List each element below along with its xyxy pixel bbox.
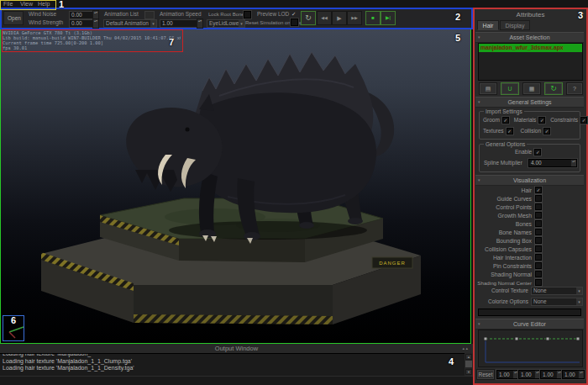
output-log[interactable]: Loading hair texture 'Manjaladon_ Loadin… [0,353,465,376]
panel-title: Attributes [475,11,586,18]
dock-icons[interactable]: ▴ ▴ [463,345,468,351]
spinner-icon[interactable]: ▴▾ [534,371,540,378]
spline-multiplier-field[interactable]: 4.00 ▴▾ [528,159,577,167]
guide-curves-checkbox[interactable] [535,195,542,202]
constraints-checkbox[interactable]: ✓ [580,117,587,124]
animation-list-label: Animation List [104,11,139,18]
field-value: 4.00 [531,160,542,166]
reset-button[interactable]: Reset [476,369,495,380]
toggle-row-pin-constraints: Pin Constraints [476,261,584,270]
rewind-button[interactable]: ◀◀ [317,11,332,25]
wind-noise-field[interactable]: 0.00 [69,11,94,19]
toggle-label: Collision Capsules [476,246,535,252]
groom-checkbox[interactable]: ✓ [502,117,509,124]
curve-point[interactable] [546,337,549,340]
tab-hair[interactable]: Hair [477,20,499,30]
asset-list-item-selected[interactable]: manjaladon_wfur_3dsmax.apx [479,44,582,52]
status-bar [0,376,473,385]
curve-value-field-1[interactable]: 1.00▴▾ [496,370,519,379]
save-icon[interactable]: ▦ [522,82,541,95]
animation-list-button[interactable] [144,11,155,19]
toggle-row-hair: Hair✓ [476,186,584,194]
curve-value-field-4[interactable]: 1.00▴▾ [562,370,585,379]
toggle-label: Hair Interaction [476,255,535,261]
loop-button[interactable]: ↻ [301,11,316,25]
materials-checkbox[interactable]: ✓ [538,117,545,124]
scroll-up-icon[interactable]: ▲ [465,354,472,360]
menu-help[interactable]: Help [38,1,50,8]
scene-render: DANGER [1,29,470,343]
skip-end-button[interactable]: ▶| [381,11,396,25]
control-texture-dropdown[interactable]: None ▾ [531,287,583,295]
bones-checkbox[interactable] [535,220,542,227]
lock-root-bone-checkbox[interactable] [244,11,251,18]
shading-normal-center-checkbox[interactable] [535,279,542,286]
enable-checkbox[interactable]: ✓ [534,149,541,156]
wind-strength-spinner[interactable]: ▴▾ [92,18,99,29]
curve-editor-canvas[interactable] [478,330,583,367]
output-scrollbar[interactable]: ▲ ▼ [465,354,472,375]
preview-lod-check[interactable]: ✓ [291,11,296,18]
open-button[interactable]: Open [3,11,24,25]
stop-button[interactable]: ■ [365,11,381,25]
annotation-label-7: 7 [169,37,174,47]
section-visualization[interactable]: ▾ Visualization [475,175,584,186]
shading-normal-checkbox[interactable] [535,271,542,277]
reset-sim-checkbox[interactable] [291,18,298,26]
update-icon[interactable]: U [501,82,519,95]
animation-speed-spinner[interactable]: ▴▾ [197,18,203,29]
hair-interaction-checkbox[interactable] [535,254,542,261]
log-line: Loading hair texture 'Manjaladon_1_1_Clu… [0,358,465,366]
collision-capsules-checkbox[interactable] [535,245,542,252]
texture-path-field[interactable] [478,309,581,316]
step-forward-button[interactable]: ▶▶ [347,11,362,25]
spinner-icon[interactable]: ▴▾ [556,371,562,378]
scrollbar-thumb[interactable] [465,361,472,367]
textures-checkbox[interactable]: ✓ [507,128,513,134]
reload-icon[interactable]: ↻ [544,82,563,95]
toggle-row-bounding-box: Bounding Box [476,236,584,245]
toggle-row-control-points: Control Points [476,203,584,211]
curve-point[interactable] [576,337,580,340]
hazard-stripe-band [134,314,333,324]
section-general-settings[interactable]: ▾ General Settings [475,97,584,108]
animation-dropdown[interactable]: Default Animation ▾ [103,19,157,28]
collision-checkbox[interactable]: ✓ [543,128,550,134]
section-asset-selection[interactable]: ▾ Asset Selection [475,32,584,43]
play-button[interactable]: ▶ [332,11,347,25]
section-curve-editor[interactable]: ▾ Curve Editor [475,319,584,330]
spline-multiplier-label: Spline Multiplier [484,160,522,166]
folder-icon[interactable]: ▤ [479,82,497,95]
viewport-3d[interactable]: DANGER [0,28,471,344]
bounding-box-checkbox[interactable] [535,237,542,244]
curve-point[interactable] [515,337,518,340]
tab-display[interactable]: Display [500,20,530,30]
bone-names-checkbox[interactable] [535,229,542,235]
curve-value-field-3[interactable]: 1.00▴▾ [540,370,563,379]
wind-strength-field[interactable]: 0.00 [69,19,94,28]
dropdown-value: None [533,287,547,293]
enable-label: Enable [515,149,532,155]
animation-speed-field[interactable]: 1.00 [160,19,198,28]
colorize-options-label: Colorize Options [475,298,528,305]
scroll-down-icon[interactable]: ▼ [465,369,472,375]
curve-value-field-2[interactable]: 1.00▴▾ [518,370,541,379]
spinner-icon[interactable]: ▴▾ [578,371,584,378]
toggle-row-shading-normal: Shading Normal [476,270,584,278]
skin-dropdown[interactable]: EyeLidLower_(Ski ▾ [207,19,245,28]
asset-listbox[interactable]: manjaladon_wfur_3dsmax.apx [478,43,583,81]
colorize-options-dropdown[interactable]: None ▾ [531,298,583,306]
hair-checkbox[interactable]: ✓ [535,187,542,193]
control-points-checkbox[interactable] [535,203,542,210]
menu-view[interactable]: View [20,1,33,8]
group-legend: Import Settings [484,108,524,114]
help-icon[interactable]: ? [566,82,583,95]
growth-mesh-checkbox[interactable] [535,212,542,219]
pin-constraints-checkbox[interactable] [535,262,542,269]
dropdown-value: None [533,298,547,304]
spinner-icon[interactable]: ▴▾ [512,371,518,378]
spinner-icon[interactable]: ▴▾ [570,160,576,166]
curve-point[interactable] [484,337,487,340]
annotation-label-4: 4 [449,356,454,367]
menu-file[interactable]: File [3,1,13,8]
